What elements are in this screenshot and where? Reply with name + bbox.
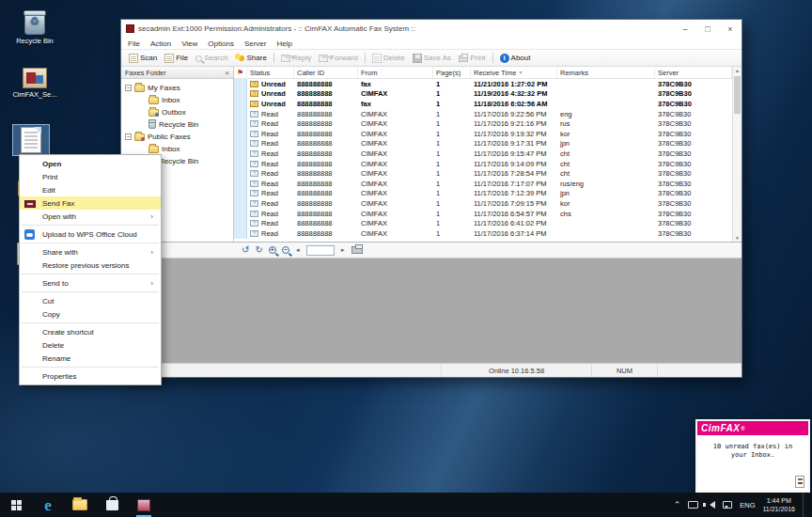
cell-remarks: cht <box>557 149 655 158</box>
rotate-left-icon[interactable]: ↺ <box>242 245 249 255</box>
speaker-icon[interactable] <box>706 501 715 509</box>
fax-preview-area[interactable] <box>121 258 742 363</box>
context-menu-item-upload-to-wps-office-cloud[interactable]: Upload to WPS Office Cloud <box>20 227 161 241</box>
column-header-server[interactable]: Server <box>655 67 732 78</box>
maximize-button[interactable]: □ <box>696 20 719 38</box>
menu-item-view[interactable]: View <box>181 39 197 48</box>
table-row[interactable]: Read888888888CIMFAX111/17/2016 9:19:32 P… <box>234 129 732 139</box>
context-menu-item-properties[interactable]: Properties <box>20 369 161 383</box>
context-menu-item-send-to[interactable]: Send to› <box>20 276 161 290</box>
tree-item-recycle-bin[interactable]: Recycle Bin <box>121 118 233 131</box>
context-menu-item-create-shortcut[interactable]: Create shortcut <box>20 325 161 338</box>
minimize-button[interactable]: – <box>674 20 696 38</box>
table-row[interactable]: Read888888888CIMFAX111/17/2016 9:21:16 P… <box>234 118 732 129</box>
table-row[interactable]: Read888888888CIMFAX111/17/2016 6:37:14 P… <box>234 228 732 239</box>
tree-collapse-icon[interactable]: − <box>125 133 132 140</box>
table-row[interactable]: Read888888888CIMFAX111/17/2016 9:17:31 P… <box>234 139 732 149</box>
next-page-icon[interactable]: ► <box>340 247 346 253</box>
notification-center-icon[interactable] <box>723 501 732 509</box>
desktop-icon-cimfax-setup[interactable]: CimFAX_Se... <box>9 68 60 99</box>
table-row[interactable]: Read888888888CIMFAX111/17/2016 9:14:09 P… <box>234 159 732 169</box>
forward-button[interactable]: Forward <box>315 53 361 63</box>
scrollbar-thumb[interactable] <box>734 76 741 114</box>
tree-item-public-faxes[interactable]: −Public Faxes <box>121 131 233 143</box>
language-indicator[interactable]: ENG <box>740 501 755 509</box>
title-bar[interactable]: secadmin Ext:1000 Permission:Administrat… <box>121 20 742 38</box>
context-menu-item-delete[interactable]: Delete <box>20 338 161 352</box>
close-button[interactable]: × <box>719 20 742 38</box>
cell-receive_time: 11/17/2016 9:22:56 PM <box>471 110 557 118</box>
tree-item-outbox[interactable]: Outbox <box>121 106 233 118</box>
scroll-down-icon[interactable]: ▼ <box>735 235 740 241</box>
taskbar-file-explorer[interactable] <box>64 493 96 517</box>
column-header-callerid[interactable]: Caller ID <box>294 67 358 78</box>
table-row[interactable]: Unread888888888fax111/21/2016 1:27:02 PM… <box>234 79 732 89</box>
context-menu-item-restore-previous-versions[interactable]: Restore previous versions <box>20 258 161 272</box>
show-desktop-button[interactable] <box>803 493 806 517</box>
print-button[interactable]: Print <box>455 53 489 63</box>
table-row[interactable]: Read888888888CIMFAX111/17/2016 7:09:15 P… <box>234 198 732 209</box>
context-menu-item-cut[interactable]: Cut <box>20 294 161 307</box>
context-menu-item-print[interactable]: Print <box>20 170 161 183</box>
scroll-up-icon[interactable]: ▲ <box>735 68 740 73</box>
context-menu-item-share-with[interactable]: Share with› <box>20 245 161 258</box>
cimfax-notification[interactable]: CimFAX® 10 unread fax(es) in your Inbox. <box>695 419 810 493</box>
delete-button[interactable]: Delete <box>368 53 409 64</box>
context-menu-item-open[interactable]: Open <box>20 157 161 170</box>
table-row[interactable]: Read888888888CIMFAX111/17/2016 9:22:56 P… <box>234 109 732 119</box>
context-menu-item-edit[interactable]: Edit <box>20 183 161 196</box>
column-header-from[interactable]: From <box>358 67 433 78</box>
menu-item-options[interactable]: Options <box>208 39 234 48</box>
table-row[interactable]: Read888888888CIMFAX111/17/2016 6:54:57 P… <box>234 209 732 219</box>
context-menu-item-rename[interactable]: Rename <box>20 352 161 365</box>
cell-status: Read <box>247 110 294 118</box>
rotate-right-icon[interactable]: ↻ <box>255 245 262 255</box>
panel-close-icon[interactable]: × <box>225 69 229 77</box>
search-button[interactable]: Search <box>192 53 231 63</box>
menu-item-help[interactable]: Help <box>276 39 291 48</box>
tree-item-my-faxes[interactable]: −My Faxes <box>121 82 233 94</box>
context-menu-item-send-fax[interactable]: Send Fax <box>20 196 161 210</box>
table-row[interactable]: Unread888888888CIMFAX111/19/2016 4:32:32… <box>234 89 732 100</box>
menu-item-server[interactable]: Server <box>244 39 267 48</box>
vertical-scrollbar[interactable]: ▲ ▼ <box>732 67 742 242</box>
page-input[interactable] <box>306 245 335 256</box>
clock[interactable]: 1:44 PM 11/21/2016 <box>762 496 795 513</box>
context-menu-item-copy[interactable]: Copy <box>20 307 161 321</box>
scan-button[interactable]: Scan <box>125 53 161 64</box>
column-header-remarks[interactable]: Remarks <box>557 67 655 78</box>
column-header-pages[interactable]: Page(s) <box>433 67 471 78</box>
column-header-status[interactable]: Status <box>247 67 294 78</box>
context-menu-item-open-with[interactable]: Open with› <box>20 210 161 223</box>
tray-expand-icon[interactable]: ⌃ <box>674 500 681 509</box>
table-row[interactable]: Read888888888CIMFAX111/17/2016 9:15:47 P… <box>234 149 732 159</box>
about-button[interactable]: iAbout <box>496 53 535 64</box>
table-row[interactable]: Read888888888CIMFAX111/17/2016 7:28:54 P… <box>234 168 732 179</box>
table-row[interactable]: Read888888888CIMFAX111/17/2016 7:12:39 P… <box>234 189 732 199</box>
desktop[interactable]: Recycle Bin CimFAX_Se... Ci Micr secadmi… <box>0 0 812 517</box>
taskbar-cimfax-app[interactable] <box>128 493 160 517</box>
save-as-button[interactable]: Save As <box>409 53 455 64</box>
taskbar-edge[interactable]: e <box>32 493 64 517</box>
print-fax-icon[interactable] <box>351 246 363 254</box>
table-row[interactable]: Unread888888888fax111/18/2016 6:02:56 AM… <box>234 99 732 109</box>
column-header-flag[interactable]: ⚑ <box>234 67 247 78</box>
table-row[interactable]: Read888888888CIMFAX111/17/2016 6:41:02 P… <box>234 218 732 228</box>
desktop-icon-recycle-bin[interactable]: Recycle Bin <box>9 12 60 45</box>
desktop-icon-selected-file[interactable] <box>6 124 56 156</box>
column-header-receivetime[interactable]: Receive Time▼ <box>471 67 557 78</box>
tree-item-inbox[interactable]: Inbox <box>121 94 233 106</box>
network-icon[interactable] <box>688 501 698 509</box>
taskbar-store[interactable] <box>96 493 128 517</box>
tree-collapse-icon[interactable]: − <box>125 85 132 91</box>
menu-item-file[interactable]: File <box>128 39 140 48</box>
zoom-out-icon[interactable]: − <box>282 246 289 254</box>
menu-item-action[interactable]: Action <box>150 39 171 48</box>
zoom-in-icon[interactable]: + <box>269 246 276 254</box>
file-button[interactable]: File <box>161 53 192 64</box>
start-button[interactable] <box>0 493 32 517</box>
table-row[interactable]: Read888888888CIMFAX111/17/2016 7:17:07 P… <box>234 179 732 189</box>
reply-button[interactable]: Reply <box>277 53 315 63</box>
prev-page-icon[interactable]: ◄ <box>295 247 301 253</box>
share-button[interactable]: Share <box>231 53 270 64</box>
